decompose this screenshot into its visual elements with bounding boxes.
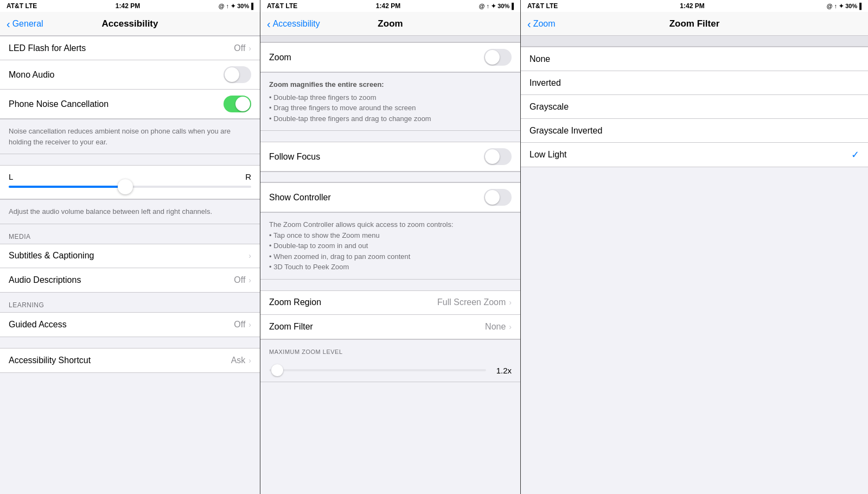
row-phone-noise[interactable]: Phone Noise Cancellation xyxy=(0,90,260,118)
row-zoom-filter[interactable]: Zoom Filter None › xyxy=(260,315,520,339)
row-led-flash[interactable]: LED Flash for Alerts Off › xyxy=(0,36,260,60)
zoom-knob xyxy=(485,50,500,65)
zoom-info-item-3: Double-tap three fingers and drag to cha… xyxy=(269,113,512,124)
filter-low-light-label: Low Light xyxy=(529,150,851,160)
guided-access-label: Guided Access xyxy=(9,320,234,330)
group-shortcut: Accessibility Shortcut Ask › xyxy=(0,348,260,373)
back-chevron-2: ‹ xyxy=(267,18,271,29)
status-bar-1: AT&T LTE 1:42 PM @ ↑ ✦ 30%▐ xyxy=(0,0,260,12)
phone-noise-toggle[interactable] xyxy=(224,96,251,112)
row-guided-access[interactable]: Guided Access Off › xyxy=(0,313,260,337)
nav-bar-1: ‹ General Accessibility xyxy=(0,12,260,36)
mono-audio-label: Mono Audio xyxy=(9,70,224,80)
audio-desc-chevron: › xyxy=(248,276,251,284)
filter-inverted-label: Inverted xyxy=(529,78,859,88)
back-button-3[interactable]: ‹ Zoom xyxy=(527,18,556,29)
back-chevron-1: ‹ xyxy=(7,18,10,29)
row-zoom-region[interactable]: Zoom Region Full Screen Zoom › xyxy=(260,291,520,315)
led-flash-chevron: › xyxy=(248,44,251,53)
status-icons-3: @ ↑ ✦ 30%▐ xyxy=(827,3,861,10)
phone-noise-knob xyxy=(235,97,250,111)
bottom-spacer-2 xyxy=(260,382,520,404)
show-controller-label: Show Controller xyxy=(269,193,484,202)
zoom-filter-chevron: › xyxy=(509,322,512,331)
slider-fill xyxy=(9,186,125,188)
status-right-2: @ ↑ ✦ 30%▐ xyxy=(479,3,514,10)
filter-low-light-checkmark: ✓ xyxy=(851,149,859,161)
mid-spacer-2 xyxy=(260,172,520,182)
accessibility-shortcut-label: Accessibility Shortcut xyxy=(9,356,231,365)
show-controller-toggle[interactable] xyxy=(484,189,512,206)
show-controller-knob xyxy=(485,190,500,205)
audio-balance-slider[interactable]: L R xyxy=(0,165,260,199)
filter-option-low-light[interactable]: Low Light ✓ xyxy=(521,143,868,167)
time-3: 1:42 PM xyxy=(680,2,704,10)
nav-title-2: Zoom xyxy=(378,18,403,29)
led-flash-label: LED Flash for Alerts xyxy=(9,43,234,53)
filter-option-grayscale[interactable]: Grayscale xyxy=(521,95,868,119)
status-right-3: @ ↑ ✦ 30%▐ xyxy=(827,3,861,10)
zoom-slider-value: 1.2x xyxy=(493,366,512,375)
section-header-learning: LEARNING xyxy=(0,293,260,312)
nav-title-1: Accessibility xyxy=(102,18,158,29)
back-label-3: Zoom xyxy=(533,19,556,29)
subtitles-chevron: › xyxy=(248,251,251,260)
guided-access-value: Off xyxy=(234,320,245,330)
row-accessibility-shortcut[interactable]: Accessibility Shortcut Ask › xyxy=(0,349,260,372)
status-icons-2: @ ↑ ✦ 30%▐ xyxy=(479,3,514,10)
phone-noise-label: Phone Noise Cancellation xyxy=(9,99,224,109)
zoom-info-title: Zoom magnifies the entire screen: xyxy=(269,79,512,90)
audio-balance-text: Adjust the audio volume balance between … xyxy=(9,207,212,216)
status-left-1: AT&T LTE xyxy=(7,2,37,10)
filter-grayscale-inverted-label: Grayscale Inverted xyxy=(529,126,859,136)
zoom-info-item-2: Drag three fingers to move around the sc… xyxy=(269,103,512,113)
mono-audio-toggle[interactable] xyxy=(224,66,251,83)
row-show-controller[interactable]: Show Controller xyxy=(260,183,520,212)
guided-access-chevron: › xyxy=(248,320,251,329)
zoom-info-list: Double-tap three fingers to zoom Drag th… xyxy=(269,92,512,124)
group-filter-options: None Inverted Grayscale Grayscale Invert… xyxy=(521,47,868,167)
row-follow-focus[interactable]: Follow Focus xyxy=(260,142,520,171)
carrier-1: AT&T LTE xyxy=(7,2,37,10)
row-audio-desc[interactable]: Audio Descriptions Off › xyxy=(0,268,260,292)
zoom-slider-track[interactable] xyxy=(269,369,486,371)
zoom-info-item-1: Double-tap three fingers to zoom xyxy=(269,92,512,103)
follow-focus-label: Follow Focus xyxy=(269,152,484,162)
max-zoom-header: MAXIMUM ZOOM LEVEL xyxy=(269,349,343,355)
zoom-toggle[interactable] xyxy=(484,49,512,66)
slider-track[interactable] xyxy=(9,186,251,188)
settings-content-2: Zoom Zoom magnifies the entire screen: D… xyxy=(260,36,520,494)
subtitles-label: Subtitles & Captioning xyxy=(9,251,248,261)
filter-option-inverted[interactable]: Inverted xyxy=(521,71,868,95)
slider-thumb[interactable] xyxy=(118,179,133,194)
section-header-media: MEDIA xyxy=(0,224,260,244)
group-media: Subtitles & Captioning › Audio Descripti… xyxy=(0,244,260,293)
back-button-2[interactable]: ‹ Accessibility xyxy=(267,18,320,29)
filter-option-none[interactable]: None xyxy=(521,47,868,71)
screen-zoom: AT&T LTE 1:42 PM @ ↑ ✦ 30%▐ ‹ Accessibil… xyxy=(260,0,521,494)
row-subtitles[interactable]: Subtitles & Captioning › xyxy=(0,244,260,268)
group-learning: Guided Access Off › xyxy=(0,312,260,337)
max-zoom-section: MAXIMUM ZOOM LEVEL xyxy=(260,339,520,359)
screen-accessibility: AT&T LTE 1:42 PM @ ↑ ✦ 30%▐ ‹ General Ac… xyxy=(0,0,260,494)
row-zoom[interactable]: Zoom xyxy=(260,43,520,72)
time-1: 1:42 PM xyxy=(116,2,140,10)
time-2: 1:42 PM xyxy=(376,2,400,10)
zoom-slider-thumb[interactable] xyxy=(271,364,283,376)
audio-desc-value: Off xyxy=(234,275,245,285)
row-mono-audio[interactable]: Mono Audio xyxy=(0,60,260,90)
led-flash-value: Off xyxy=(234,43,245,53)
zoom-region-label: Zoom Region xyxy=(269,297,437,307)
filter-option-grayscale-inverted[interactable]: Grayscale Inverted xyxy=(521,119,868,143)
zoom-slider-container[interactable]: 1.2x xyxy=(260,359,520,382)
status-left-3: AT&T LTE xyxy=(527,2,558,10)
nav-bar-2: ‹ Accessibility Zoom xyxy=(260,12,520,36)
zoom-info: Zoom magnifies the entire screen: Double… xyxy=(260,72,520,131)
accessibility-shortcut-value: Ask xyxy=(231,356,246,365)
follow-focus-toggle[interactable] xyxy=(484,148,512,165)
back-button-1[interactable]: ‹ General xyxy=(7,18,43,29)
controller-info-text: The Zoom Controller allows quick access … xyxy=(269,220,454,271)
status-left-2: AT&T LTE xyxy=(267,2,297,10)
noise-cancel-info: Noise cancellation reduces ambient noise… xyxy=(0,119,260,154)
filter-none-label: None xyxy=(529,54,859,64)
